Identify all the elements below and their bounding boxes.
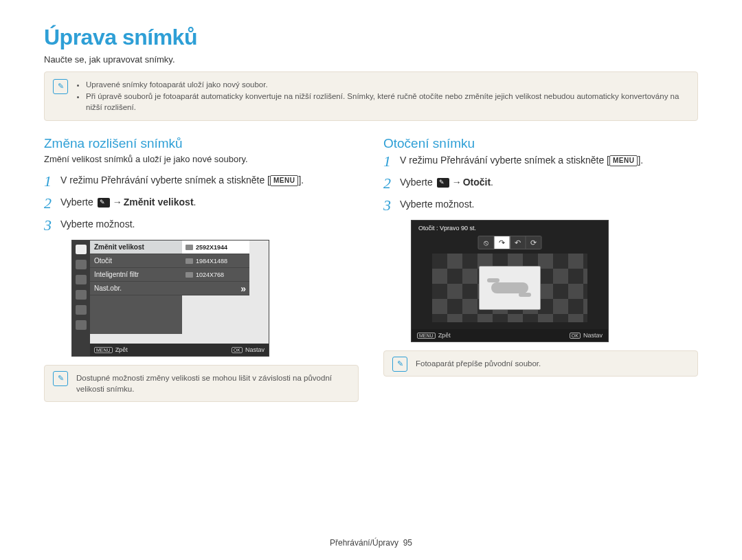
note-icon: ✎ <box>53 79 68 94</box>
left-step-3: 3 Vyberte možnost. <box>44 218 359 233</box>
rotate-left-icon: ↶ <box>510 236 526 249</box>
edit-image-icon <box>437 178 449 188</box>
top-note-box: ✎ Upravené snímky fotoaparát uloží jako … <box>44 71 698 121</box>
lcd-footer: MENU Zpět OK Nastav <box>90 344 269 356</box>
lcd-side-icons <box>72 240 90 356</box>
menu-key-icon: MENU <box>417 333 436 339</box>
step-number: 2 <box>383 176 394 191</box>
note-icon: ✎ <box>392 357 407 372</box>
step-number: 1 <box>44 174 55 189</box>
resolution-option: 1024X768 <box>182 268 249 282</box>
resize-lcd-screenshot: Změnit velikost Otočit Inteligentní filt… <box>71 240 269 357</box>
right-column: Otočení snímku 1 V režimu Přehrávání vyb… <box>383 136 698 402</box>
rotate-180-icon: ⟳ <box>526 236 541 249</box>
right-step-1: 1 V režimu Přehrávání vyberte snímek a s… <box>383 154 698 169</box>
ok-key-icon: OK <box>570 333 581 339</box>
resolution-option: 1984X1488 <box>182 254 249 268</box>
side-tab-icon <box>76 320 87 330</box>
menu-item-rotate: Otočit <box>90 254 182 268</box>
menu-button-label: MENU <box>270 175 298 186</box>
page-footer: Přehrávání/Úpravy 95 <box>0 538 742 548</box>
person-silhouette-icon <box>491 282 528 293</box>
right-step-3: 3 Vyberte možnost. <box>383 198 698 213</box>
rotate-right-icon: ↷ <box>495 236 510 249</box>
left-note-box: ✎ Dostupné možnosti změny velikosti se m… <box>44 365 359 402</box>
resolution-option: 2592X1944 <box>182 240 249 254</box>
preview-canvas <box>432 254 587 322</box>
lcd-footer: MENU Zpět OK Nastav <box>412 329 608 341</box>
resolution-list: 2592X1944 1984X1488 1024X768 » <box>182 240 249 295</box>
top-note-list: Upravené snímky fotoaparát uloží jako no… <box>76 79 688 113</box>
note-icon: ✎ <box>53 371 68 386</box>
intro-text: Naučte se, jak upravovat snímky. <box>44 54 698 65</box>
rotate-title: Otočit : Vpravo 90 st. <box>418 225 476 232</box>
side-tab-icon <box>76 275 87 284</box>
left-step-2: 2 Vyberte → Změnit velikost. <box>44 196 359 211</box>
edit-image-icon <box>98 198 110 208</box>
right-heading: Otočení snímku <box>383 136 698 151</box>
side-tab-icon <box>76 290 87 300</box>
top-note-item: Upravené snímky fotoaparát uloží jako no… <box>86 79 688 91</box>
ok-key-icon: OK <box>232 347 243 353</box>
left-heading: Změna rozlišení snímků <box>44 136 359 151</box>
menu-item-resize: Změnit velikost <box>90 240 182 254</box>
rotate-off-icon: ⦸ <box>479 236 495 249</box>
menu-item-filter: Inteligentní filtr <box>90 268 182 282</box>
top-note-item: Při úpravě souborů je fotoaparát automat… <box>86 91 688 113</box>
step-number: 3 <box>383 198 394 213</box>
menu-key-icon: MENU <box>94 347 113 353</box>
side-tab-icon <box>76 245 87 254</box>
left-step-1: 1 V režimu Přehrávání vyberte snímek a s… <box>44 174 359 189</box>
left-subtitle: Změní velikost snímků a uloží je jako no… <box>44 154 359 164</box>
right-step-2: 2 Vyberte → Otočit. <box>383 176 698 191</box>
rotate-lcd-screenshot: Otočit : Vpravo 90 st. ⦸ ↷ ↶ ⟳ MENU Zpět <box>411 220 609 342</box>
left-column: Změna rozlišení snímků Změní velikost sn… <box>44 136 359 402</box>
resolution-more: » <box>182 282 249 295</box>
page-title: Úprava snímků <box>44 25 698 50</box>
menu-item-adjust: Nast.obr. <box>90 282 182 295</box>
step-number: 2 <box>44 196 55 211</box>
menu-list: Změnit velikost Otočit Inteligentní filt… <box>90 240 182 334</box>
right-note-box: ✎ Fotoaparát přepíše původní soubor. <box>383 350 698 377</box>
side-tab-icon <box>76 305 87 315</box>
rotate-option-bar: ⦸ ↷ ↶ ⟳ <box>478 236 542 249</box>
step-number: 1 <box>383 154 394 169</box>
preview-photo <box>479 266 541 310</box>
menu-button-label: MENU <box>609 155 638 166</box>
manual-page: Úprava snímků Naučte se, jak upravovat s… <box>0 0 742 560</box>
step-number: 3 <box>44 218 55 233</box>
side-tab-icon <box>76 260 87 269</box>
